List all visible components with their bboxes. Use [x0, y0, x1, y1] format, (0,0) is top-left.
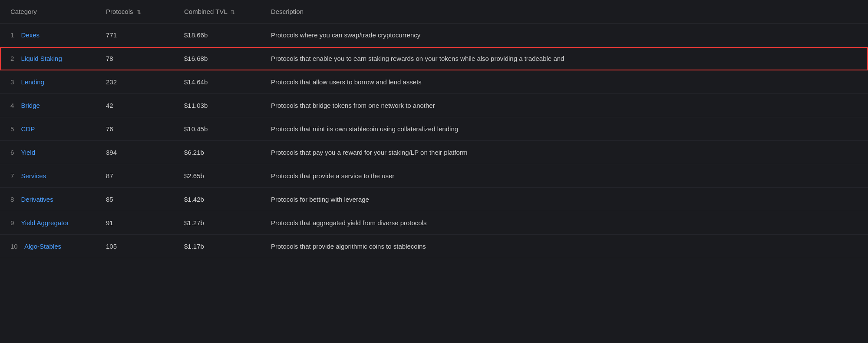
- category-link[interactable]: Liquid Staking: [21, 55, 62, 62]
- table-row: 2 Liquid Staking 78 $16.68b Protocols th…: [0, 47, 868, 70]
- table-row: 5 CDP 76 $10.45b Protocols that mint its…: [0, 117, 868, 141]
- table-header-row: Category Protocols ⇅ Combined TVL ⇅ Desc…: [0, 0, 868, 23]
- cell-protocols: 771: [96, 23, 174, 47]
- cell-description: Protocols that provide a service to the …: [261, 164, 868, 188]
- category-link[interactable]: Derivatives: [21, 196, 53, 203]
- cell-tvl: $10.45b: [174, 117, 261, 141]
- cell-tvl: $18.66b: [174, 23, 261, 47]
- row-number: 9: [10, 219, 14, 226]
- categories-table: Category Protocols ⇅ Combined TVL ⇅ Desc…: [0, 0, 868, 258]
- col-header-tvl[interactable]: Combined TVL ⇅: [174, 0, 261, 23]
- row-number: 10: [10, 243, 18, 250]
- cell-tvl: $14.64b: [174, 70, 261, 94]
- table-row: 8 Derivatives 85 $1.42b Protocols for be…: [0, 188, 868, 211]
- cell-category: 2 Liquid Staking: [0, 47, 96, 70]
- cell-protocols: 105: [96, 235, 174, 258]
- cell-category: 6 Yield: [0, 141, 96, 164]
- cell-protocols: 232: [96, 70, 174, 94]
- cell-protocols: 78: [96, 47, 174, 70]
- row-number: 8: [10, 196, 14, 203]
- row-number: 4: [10, 102, 14, 109]
- cell-category: 8 Derivatives: [0, 188, 96, 211]
- cell-category: 1 Dexes: [0, 23, 96, 47]
- cell-tvl: $1.27b: [174, 211, 261, 235]
- row-number: 2: [10, 55, 14, 62]
- col-header-category: Category: [0, 0, 96, 23]
- cell-description: Protocols that pay you a reward for your…: [261, 141, 868, 164]
- cell-tvl: $16.68b: [174, 47, 261, 70]
- cell-protocols: 76: [96, 117, 174, 141]
- cell-category: 4 Bridge: [0, 94, 96, 117]
- row-number: 7: [10, 172, 14, 180]
- cell-protocols: 394: [96, 141, 174, 164]
- cell-category: 7 Services: [0, 164, 96, 188]
- cell-description: Protocols that provide algorithmic coins…: [261, 235, 868, 258]
- cell-description: Protocols that enable you to earn stakin…: [261, 47, 868, 70]
- category-link[interactable]: Algo-Stables: [24, 243, 61, 250]
- table-row: 9 Yield Aggregator 91 $1.27b Protocols t…: [0, 211, 868, 235]
- cell-protocols: 91: [96, 211, 174, 235]
- protocols-sort-icon: ⇅: [137, 9, 141, 15]
- cell-category: 3 Lending: [0, 70, 96, 94]
- category-link[interactable]: Bridge: [21, 102, 40, 109]
- cell-description: Protocols for betting with leverage: [261, 188, 868, 211]
- row-number: 1: [10, 31, 14, 39]
- cell-category: 9 Yield Aggregator: [0, 211, 96, 235]
- table-row: 3 Lending 232 $14.64b Protocols that all…: [0, 70, 868, 94]
- col-header-description: Description: [261, 0, 868, 23]
- cell-protocols: 85: [96, 188, 174, 211]
- cell-description: Protocols that allow users to borrow and…: [261, 70, 868, 94]
- category-link[interactable]: Yield Aggregator: [21, 219, 69, 226]
- cell-protocols: 87: [96, 164, 174, 188]
- table-body: 1 Dexes 771 $18.66b Protocols where you …: [0, 23, 868, 258]
- col-header-protocols[interactable]: Protocols ⇅: [96, 0, 174, 23]
- table-row: 4 Bridge 42 $11.03b Protocols that bridg…: [0, 94, 868, 117]
- cell-category: 5 CDP: [0, 117, 96, 141]
- cell-category: 10 Algo-Stables: [0, 235, 96, 258]
- table-row: 7 Services 87 $2.65b Protocols that prov…: [0, 164, 868, 188]
- table-row: 1 Dexes 771 $18.66b Protocols where you …: [0, 23, 868, 47]
- cell-tvl: $1.17b: [174, 235, 261, 258]
- cell-tvl: $1.42b: [174, 188, 261, 211]
- category-link[interactable]: Yield: [21, 149, 35, 156]
- table-row: 10 Algo-Stables 105 $1.17b Protocols tha…: [0, 235, 868, 258]
- row-number: 5: [10, 125, 14, 133]
- row-number: 6: [10, 149, 14, 156]
- table-row: 6 Yield 394 $6.21b Protocols that pay yo…: [0, 141, 868, 164]
- category-link[interactable]: Services: [21, 172, 46, 180]
- cell-tvl: $2.65b: [174, 164, 261, 188]
- main-table-container: Category Protocols ⇅ Combined TVL ⇅ Desc…: [0, 0, 868, 258]
- tvl-sort-icon: ⇅: [231, 9, 235, 15]
- category-link[interactable]: Lending: [21, 78, 44, 86]
- cell-description: Protocols that aggregated yield from div…: [261, 211, 868, 235]
- cell-tvl: $6.21b: [174, 141, 261, 164]
- cell-description: Protocols where you can swap/trade crypt…: [261, 23, 868, 47]
- cell-protocols: 42: [96, 94, 174, 117]
- row-number: 3: [10, 78, 14, 86]
- cell-tvl: $11.03b: [174, 94, 261, 117]
- category-link[interactable]: CDP: [21, 125, 35, 133]
- category-link[interactable]: Dexes: [21, 31, 40, 39]
- cell-description: Protocols that bridge tokens from one ne…: [261, 94, 868, 117]
- cell-description: Protocols that mint its own stablecoin u…: [261, 117, 868, 141]
